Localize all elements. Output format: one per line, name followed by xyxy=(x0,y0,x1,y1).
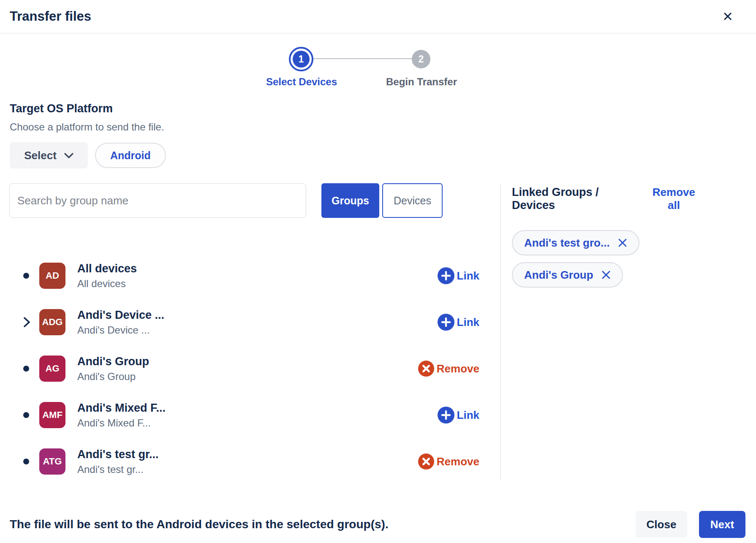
group-name: All devices xyxy=(77,262,438,275)
step-2-circle: 2 xyxy=(412,50,430,68)
step-2-label: Begin Transfer xyxy=(386,76,457,88)
group-row-andis-device[interactable]: ADG Andi's Device ... Andi's Device ... … xyxy=(23,299,479,345)
target-os-platform-section: Target OS Platform Choose a platform to … xyxy=(10,102,166,168)
plus-circle-icon xyxy=(438,407,454,424)
linked-panel-title: Linked Groups / Devices xyxy=(512,186,645,212)
modal-header: Transfer files ✕ xyxy=(0,0,756,33)
step-1-circle: 1 xyxy=(289,47,313,71)
group-name: Andi's test gr... xyxy=(77,448,418,461)
search-input[interactable] xyxy=(9,183,306,218)
stepper: 1 2 Select Devices Begin Transfer xyxy=(0,33,756,89)
avatar: ADG xyxy=(39,309,65,335)
chip-remove-icon[interactable] xyxy=(601,270,611,280)
selected-bullet-icon xyxy=(23,366,39,372)
group-row-andis-test[interactable]: ATG Andi's test gr... Andi's test gr... … xyxy=(23,438,479,485)
selected-bullet-icon xyxy=(23,273,39,279)
group-row-all-devices[interactable]: AD All devices All devices Link xyxy=(23,252,479,299)
group-description: Andi's test gr... xyxy=(77,464,418,475)
plus-circle-icon xyxy=(438,314,454,331)
group-description: Andi's Group xyxy=(77,371,418,383)
modal-footer: The file will be sent to the Android dev… xyxy=(0,506,756,543)
close-icon[interactable]: ✕ xyxy=(721,8,735,25)
remove-button[interactable]: Remove xyxy=(418,361,479,377)
selected-bullet-icon xyxy=(23,412,39,418)
linked-groups-panel: Linked Groups / Devices Remove all Andi'… xyxy=(512,186,703,288)
linked-chip-andis-test-group[interactable]: Andi's test gro... xyxy=(512,230,639,255)
group-description: Andi's Device ... xyxy=(77,324,438,336)
groups-devices-toggle: Groups Devices xyxy=(321,183,443,218)
linked-chips: Andi's test gro... Andi's Group xyxy=(512,230,703,288)
group-row-andis-group[interactable]: AG Andi's Group Andi's Group Remove xyxy=(23,345,479,392)
search-toolbar: Groups Devices xyxy=(9,183,443,218)
section-heading: Target OS Platform xyxy=(10,102,166,115)
avatar: AMF xyxy=(39,402,65,428)
group-description: All devices xyxy=(77,278,438,290)
x-circle-icon xyxy=(418,361,434,377)
group-name: Andi's Mixed F... xyxy=(77,401,438,415)
avatar: AG xyxy=(39,356,65,382)
avatar: ATG xyxy=(39,448,65,475)
remove-button[interactable]: Remove xyxy=(418,453,479,470)
selected-bullet-icon xyxy=(23,459,39,464)
platform-select-dropdown[interactable]: Select xyxy=(10,142,88,168)
chevron-down-icon xyxy=(64,153,73,158)
stepper-connector-line xyxy=(313,58,413,59)
android-chip-label: Android xyxy=(110,149,151,162)
vertical-divider xyxy=(500,185,501,479)
step-1-label: Select Devices xyxy=(266,76,337,88)
transfer-files-modal: Transfer files ✕ 1 2 Select Devices Begi… xyxy=(0,0,756,543)
chip-label: Andi's Group xyxy=(524,269,593,282)
tab-groups[interactable]: Groups xyxy=(321,183,379,218)
group-name: Andi's Group xyxy=(77,355,418,368)
remove-all-link[interactable]: Remove all xyxy=(645,186,703,212)
close-button[interactable]: Close xyxy=(636,511,687,538)
group-row-andis-mixed[interactable]: AMF Andi's Mixed F... Andi's Mixed F... … xyxy=(23,392,479,438)
section-subheading: Choose a platform to send the file. xyxy=(10,121,166,133)
x-circle-icon xyxy=(418,453,434,470)
platform-select-label: Select xyxy=(24,149,57,162)
group-description: Andi's Mixed F... xyxy=(77,417,438,429)
android-platform-chip[interactable]: Android xyxy=(95,143,166,168)
link-button[interactable]: Link xyxy=(438,407,479,424)
link-button[interactable]: Link xyxy=(438,267,479,284)
tab-devices[interactable]: Devices xyxy=(382,183,443,218)
group-name: Andi's Device ... xyxy=(77,308,438,322)
link-button[interactable]: Link xyxy=(438,314,479,331)
footer-message: The file will be sent to the Android dev… xyxy=(10,518,389,531)
platform-controls: Select Android xyxy=(10,142,166,168)
plus-circle-icon xyxy=(438,267,454,284)
linked-chip-andis-group[interactable]: Andi's Group xyxy=(512,262,623,288)
chip-label: Andi's test gro... xyxy=(524,236,610,250)
group-list: AD All devices All devices Link ADG Andi… xyxy=(23,252,479,485)
next-button[interactable]: Next xyxy=(699,511,745,538)
chip-remove-icon[interactable] xyxy=(618,238,627,247)
chevron-right-icon[interactable] xyxy=(23,317,39,328)
avatar: AD xyxy=(39,263,65,289)
step-1-number: 1 xyxy=(293,51,310,68)
page-title: Transfer files xyxy=(10,9,91,24)
